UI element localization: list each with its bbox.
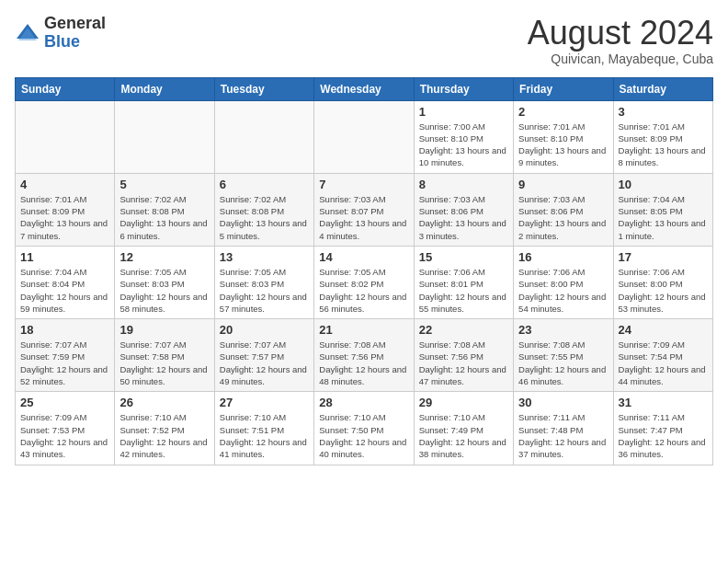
- day-info: Sunrise: 7:07 AM Sunset: 7:58 PM Dayligh…: [119, 339, 209, 387]
- day-number: 10: [619, 178, 708, 191]
- calendar-cell: 28Sunrise: 7:10 AM Sunset: 7:50 PM Dayli…: [314, 392, 414, 465]
- calendar-cell: [16, 100, 115, 173]
- day-number: 26: [119, 396, 209, 409]
- day-info: Sunrise: 7:01 AM Sunset: 8:09 PM Dayligh…: [20, 193, 109, 242]
- day-info: Sunrise: 7:01 AM Sunset: 8:10 PM Dayligh…: [518, 121, 608, 169]
- day-info: Sunrise: 7:05 AM Sunset: 8:03 PM Dayligh…: [220, 266, 309, 315]
- calendar-cell: 12Sunrise: 7:05 AM Sunset: 8:03 PM Dayli…: [115, 246, 214, 318]
- calendar-week-row: 11Sunrise: 7:04 AM Sunset: 8:04 PM Dayli…: [16, 246, 713, 318]
- calendar-cell: 18Sunrise: 7:07 AM Sunset: 7:59 PM Dayli…: [16, 319, 115, 392]
- logo-icon: [15, 20, 40, 46]
- calendar-cell: 29Sunrise: 7:10 AM Sunset: 7:49 PM Dayli…: [414, 392, 513, 465]
- calendar-cell: 30Sunrise: 7:11 AM Sunset: 7:48 PM Dayli…: [514, 392, 613, 465]
- day-info: Sunrise: 7:06 AM Sunset: 8:00 PM Dayligh…: [619, 266, 708, 315]
- day-info: Sunrise: 7:02 AM Sunset: 8:08 PM Dayligh…: [220, 193, 309, 242]
- day-info: Sunrise: 7:10 AM Sunset: 7:51 PM Dayligh…: [220, 411, 309, 460]
- calendar-header-sunday: Sunday: [16, 77, 115, 100]
- calendar-cell: 23Sunrise: 7:08 AM Sunset: 7:55 PM Dayli…: [514, 319, 613, 392]
- day-info: Sunrise: 7:06 AM Sunset: 8:01 PM Dayligh…: [419, 266, 508, 315]
- day-info: Sunrise: 7:09 AM Sunset: 7:54 PM Dayligh…: [619, 339, 708, 387]
- day-info: Sunrise: 7:03 AM Sunset: 8:07 PM Dayligh…: [319, 193, 408, 242]
- day-number: 19: [119, 323, 209, 337]
- calendar-cell: 1Sunrise: 7:00 AM Sunset: 8:10 PM Daylig…: [414, 100, 513, 173]
- calendar-cell: 16Sunrise: 7:06 AM Sunset: 8:00 PM Dayli…: [514, 246, 613, 318]
- day-info: Sunrise: 7:11 AM Sunset: 7:47 PM Dayligh…: [619, 411, 708, 460]
- day-info: Sunrise: 7:09 AM Sunset: 7:53 PM Dayligh…: [20, 411, 109, 460]
- day-info: Sunrise: 7:08 AM Sunset: 7:56 PM Dayligh…: [319, 339, 408, 387]
- day-number: 17: [619, 250, 708, 264]
- day-info: Sunrise: 7:04 AM Sunset: 8:05 PM Dayligh…: [619, 193, 708, 242]
- logo: General Blue: [15, 15, 106, 52]
- day-info: Sunrise: 7:03 AM Sunset: 8:06 PM Dayligh…: [518, 193, 608, 242]
- page-header: General Blue August 2024 Quivican, Mayab…: [15, 15, 713, 66]
- calendar-cell: 20Sunrise: 7:07 AM Sunset: 7:57 PM Dayli…: [214, 319, 313, 392]
- day-info: Sunrise: 7:05 AM Sunset: 8:02 PM Dayligh…: [319, 266, 408, 315]
- calendar-cell: 14Sunrise: 7:05 AM Sunset: 8:02 PM Dayli…: [314, 246, 414, 318]
- day-info: Sunrise: 7:10 AM Sunset: 7:52 PM Dayligh…: [119, 411, 209, 460]
- day-number: 11: [20, 250, 109, 264]
- calendar-header-row: SundayMondayTuesdayWednesdayThursdayFrid…: [16, 77, 713, 100]
- title-area: August 2024 Quivican, Mayabeque, Cuba: [528, 15, 713, 66]
- calendar-cell: 24Sunrise: 7:09 AM Sunset: 7:54 PM Dayli…: [613, 319, 712, 392]
- day-info: Sunrise: 7:07 AM Sunset: 7:59 PM Dayligh…: [20, 339, 109, 387]
- calendar-cell: 6Sunrise: 7:02 AM Sunset: 8:08 PM Daylig…: [214, 173, 313, 246]
- calendar-header-monday: Monday: [115, 77, 214, 100]
- day-number: 6: [220, 178, 309, 191]
- day-number: 28: [319, 396, 408, 409]
- day-info: Sunrise: 7:08 AM Sunset: 7:55 PM Dayligh…: [518, 339, 608, 387]
- day-info: Sunrise: 7:02 AM Sunset: 8:08 PM Dayligh…: [119, 193, 209, 242]
- calendar-cell: [115, 100, 214, 173]
- calendar-header-tuesday: Tuesday: [214, 77, 313, 100]
- location-subtitle: Quivican, Mayabeque, Cuba: [528, 52, 713, 66]
- calendar-week-row: 18Sunrise: 7:07 AM Sunset: 7:59 PM Dayli…: [16, 319, 713, 392]
- day-number: 23: [518, 323, 608, 337]
- calendar-cell: 5Sunrise: 7:02 AM Sunset: 8:08 PM Daylig…: [115, 173, 214, 246]
- day-info: Sunrise: 7:08 AM Sunset: 7:56 PM Dayligh…: [419, 339, 508, 387]
- calendar-header-friday: Friday: [514, 77, 613, 100]
- calendar-cell: 17Sunrise: 7:06 AM Sunset: 8:00 PM Dayli…: [613, 246, 712, 318]
- calendar-cell: 11Sunrise: 7:04 AM Sunset: 8:04 PM Dayli…: [16, 246, 115, 318]
- day-info: Sunrise: 7:11 AM Sunset: 7:48 PM Dayligh…: [518, 411, 608, 460]
- calendar-cell: 22Sunrise: 7:08 AM Sunset: 7:56 PM Dayli…: [414, 319, 513, 392]
- day-info: Sunrise: 7:10 AM Sunset: 7:49 PM Dayligh…: [419, 411, 508, 460]
- calendar-cell: 10Sunrise: 7:04 AM Sunset: 8:05 PM Dayli…: [613, 173, 712, 246]
- logo-general-text: General: [44, 15, 106, 33]
- day-number: 24: [619, 323, 708, 337]
- logo-text: General Blue: [44, 15, 106, 52]
- calendar-cell: [314, 100, 414, 173]
- day-number: 22: [419, 323, 508, 337]
- calendar-cell: 31Sunrise: 7:11 AM Sunset: 7:47 PM Dayli…: [613, 392, 712, 465]
- day-info: Sunrise: 7:01 AM Sunset: 8:09 PM Dayligh…: [619, 121, 708, 169]
- day-info: Sunrise: 7:07 AM Sunset: 7:57 PM Dayligh…: [220, 339, 309, 387]
- calendar-table: SundayMondayTuesdayWednesdayThursdayFrid…: [15, 77, 713, 465]
- calendar-header-thursday: Thursday: [414, 77, 513, 100]
- month-title: August 2024: [528, 15, 713, 52]
- day-info: Sunrise: 7:06 AM Sunset: 8:00 PM Dayligh…: [518, 266, 608, 315]
- calendar-week-row: 25Sunrise: 7:09 AM Sunset: 7:53 PM Dayli…: [16, 392, 713, 465]
- day-info: Sunrise: 7:10 AM Sunset: 7:50 PM Dayligh…: [319, 411, 408, 460]
- calendar-cell: [214, 100, 313, 173]
- day-info: Sunrise: 7:04 AM Sunset: 8:04 PM Dayligh…: [20, 266, 109, 315]
- calendar-cell: 19Sunrise: 7:07 AM Sunset: 7:58 PM Dayli…: [115, 319, 214, 392]
- day-number: 16: [518, 250, 608, 264]
- day-number: 8: [419, 178, 508, 191]
- day-number: 12: [119, 250, 209, 264]
- day-number: 29: [419, 396, 508, 409]
- day-number: 21: [319, 323, 408, 337]
- calendar-cell: 9Sunrise: 7:03 AM Sunset: 8:06 PM Daylig…: [514, 173, 613, 246]
- calendar-cell: 4Sunrise: 7:01 AM Sunset: 8:09 PM Daylig…: [16, 173, 115, 246]
- day-number: 7: [319, 178, 408, 191]
- day-number: 3: [619, 105, 708, 119]
- calendar-cell: 13Sunrise: 7:05 AM Sunset: 8:03 PM Dayli…: [214, 246, 313, 318]
- day-number: 9: [518, 178, 608, 191]
- calendar-cell: 8Sunrise: 7:03 AM Sunset: 8:06 PM Daylig…: [414, 173, 513, 246]
- calendar-week-row: 1Sunrise: 7:00 AM Sunset: 8:10 PM Daylig…: [16, 100, 713, 173]
- calendar-header-wednesday: Wednesday: [314, 77, 414, 100]
- calendar-header-saturday: Saturday: [613, 77, 712, 100]
- day-number: 4: [20, 178, 109, 191]
- day-number: 25: [20, 396, 109, 409]
- day-info: Sunrise: 7:05 AM Sunset: 8:03 PM Dayligh…: [119, 266, 209, 315]
- logo-blue-text: Blue: [44, 33, 106, 52]
- calendar-cell: 26Sunrise: 7:10 AM Sunset: 7:52 PM Dayli…: [115, 392, 214, 465]
- day-number: 5: [119, 178, 209, 191]
